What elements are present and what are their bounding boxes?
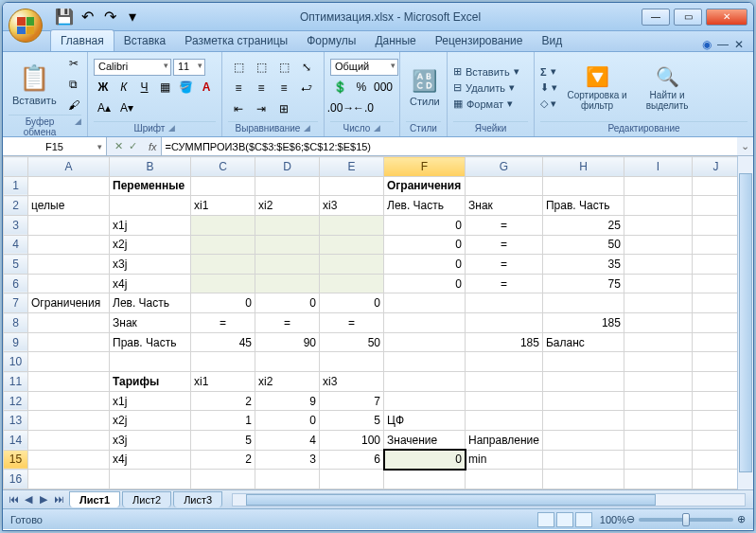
orientation-icon[interactable]: ⤡ xyxy=(296,58,317,77)
cell-A12[interactable] xyxy=(28,391,110,411)
cell-F16[interactable] xyxy=(384,470,466,489)
zoom-in-button[interactable]: ⊕ xyxy=(737,513,746,525)
dialog-launcher-icon[interactable]: ◢ xyxy=(304,123,310,133)
cell-I8[interactable] xyxy=(624,313,692,333)
cell-F10[interactable] xyxy=(384,352,466,372)
sheet-tab-2[interactable]: Лист3 xyxy=(173,491,222,507)
cell-A6[interactable] xyxy=(28,274,110,293)
insert-cells-button[interactable]: ⊞Вставить ▾ xyxy=(453,65,519,78)
cell-F7[interactable] xyxy=(384,293,466,313)
cell-A11[interactable] xyxy=(28,372,110,392)
col-header-G[interactable]: G xyxy=(466,157,543,177)
cell-E12[interactable]: 7 xyxy=(320,391,384,411)
page-layout-view-button[interactable] xyxy=(556,512,573,527)
align-bottom-icon[interactable]: ⬚ xyxy=(273,58,294,77)
cell-B14[interactable]: x3j xyxy=(110,430,191,450)
undo-icon[interactable]: ↶ xyxy=(77,7,97,27)
ribbon-tab-6[interactable]: Вид xyxy=(532,30,571,51)
cell-E10[interactable] xyxy=(320,352,384,372)
number-format-combo[interactable]: Общий xyxy=(330,59,398,76)
wrap-text-icon[interactable]: ⮐ xyxy=(296,79,317,98)
cell-A10[interactable] xyxy=(28,352,110,372)
cell-I2[interactable] xyxy=(624,196,692,216)
sheet-nav-next-icon[interactable]: ▶ xyxy=(37,493,50,506)
cell-A9[interactable] xyxy=(28,332,110,352)
cell-B11[interactable]: Тарифы xyxy=(110,372,191,392)
row-header-16[interactable]: 16 xyxy=(4,470,28,489)
cell-J1[interactable] xyxy=(692,176,739,196)
copy-icon[interactable]: ⧉ xyxy=(63,75,84,94)
dialog-launcher-icon[interactable]: ◢ xyxy=(168,123,175,133)
cell-G14[interactable]: Направление xyxy=(466,430,543,450)
cell-C1[interactable] xyxy=(191,176,255,196)
merge-button[interactable]: ⊞ xyxy=(273,99,294,118)
cell-D12[interactable]: 9 xyxy=(255,391,320,411)
styles-button[interactable]: 🔠 Стили xyxy=(406,67,444,109)
ribbon-tab-1[interactable]: Вставка xyxy=(114,30,176,51)
cell-F5[interactable]: 0 xyxy=(384,255,466,275)
cell-D6[interactable] xyxy=(255,274,320,293)
cell-G15[interactable]: min xyxy=(466,450,543,470)
row-header-11[interactable]: 11 xyxy=(4,372,28,392)
cell-G16[interactable] xyxy=(466,470,543,489)
vertical-scrollbar[interactable] xyxy=(737,156,753,489)
cell-J10[interactable] xyxy=(692,352,739,372)
cell-D4[interactable] xyxy=(255,235,320,255)
cell-B1[interactable]: Переменные xyxy=(110,176,191,196)
expand-formula-icon[interactable]: ⌄ xyxy=(737,140,753,152)
cell-I11[interactable] xyxy=(624,372,692,392)
cell-G8[interactable] xyxy=(466,313,543,333)
ribbon-tab-4[interactable]: Данные xyxy=(365,30,425,51)
autosum-button[interactable]: Σ ▾ xyxy=(540,65,557,78)
italic-button[interactable]: К xyxy=(114,78,133,97)
cell-G2[interactable]: Знак xyxy=(466,196,543,216)
font-color-button[interactable]: A xyxy=(197,78,216,97)
row-header-7[interactable]: 7 xyxy=(4,293,28,313)
cell-B3[interactable]: x1j xyxy=(110,215,191,235)
cell-E5[interactable] xyxy=(320,255,384,275)
cell-A8[interactable] xyxy=(28,313,110,333)
cell-J2[interactable] xyxy=(692,196,739,216)
ribbon-tab-3[interactable]: Формулы xyxy=(297,30,365,51)
cell-J6[interactable] xyxy=(692,274,739,293)
align-top-icon[interactable]: ⬚ xyxy=(228,58,249,77)
cell-C7[interactable]: 0 xyxy=(191,293,255,313)
cell-F8[interactable] xyxy=(384,313,466,333)
col-header-C[interactable]: C xyxy=(191,157,255,177)
cell-E14[interactable]: 100 xyxy=(320,430,384,450)
minimize-button[interactable]: — xyxy=(642,9,670,26)
cell-C8[interactable]: = xyxy=(191,313,255,333)
zoom-out-button[interactable]: ⊖ xyxy=(626,513,635,525)
cell-G12[interactable] xyxy=(466,391,543,411)
cell-A16[interactable] xyxy=(28,470,110,489)
shrink-font-icon[interactable]: A▾ xyxy=(116,98,137,117)
cell-C13[interactable]: 1 xyxy=(191,411,255,431)
cell-D9[interactable]: 90 xyxy=(255,332,320,352)
select-all-button[interactable] xyxy=(4,157,28,177)
cell-D5[interactable] xyxy=(255,255,320,275)
cell-H15[interactable] xyxy=(542,450,624,470)
cell-J9[interactable] xyxy=(692,332,739,352)
cell-D15[interactable]: 3 xyxy=(255,450,320,470)
cell-J12[interactable] xyxy=(692,391,739,411)
zoom-level[interactable]: 100% xyxy=(600,514,626,525)
cell-H10[interactable] xyxy=(542,352,624,372)
row-header-1[interactable]: 1 xyxy=(4,176,28,196)
fx-icon[interactable]: fx xyxy=(145,141,161,152)
cell-E16[interactable] xyxy=(320,470,384,489)
cell-H5[interactable]: 35 xyxy=(542,255,624,275)
cell-H11[interactable] xyxy=(542,372,624,392)
align-center-icon[interactable]: ≡ xyxy=(251,79,272,98)
cell-H16[interactable] xyxy=(542,470,624,489)
col-header-I[interactable]: I xyxy=(624,157,692,177)
align-middle-icon[interactable]: ⬚ xyxy=(251,58,272,77)
cell-H12[interactable] xyxy=(542,391,624,411)
grow-font-icon[interactable]: A▴ xyxy=(94,98,114,117)
cell-H3[interactable]: 25 xyxy=(542,215,624,235)
row-header-14[interactable]: 14 xyxy=(4,430,28,450)
cell-E8[interactable]: = xyxy=(320,313,384,333)
cell-C15[interactable]: 2 xyxy=(191,450,255,470)
row-header-6[interactable]: 6 xyxy=(4,274,28,293)
cell-J3[interactable] xyxy=(692,215,739,235)
cell-A15[interactable] xyxy=(28,450,110,470)
